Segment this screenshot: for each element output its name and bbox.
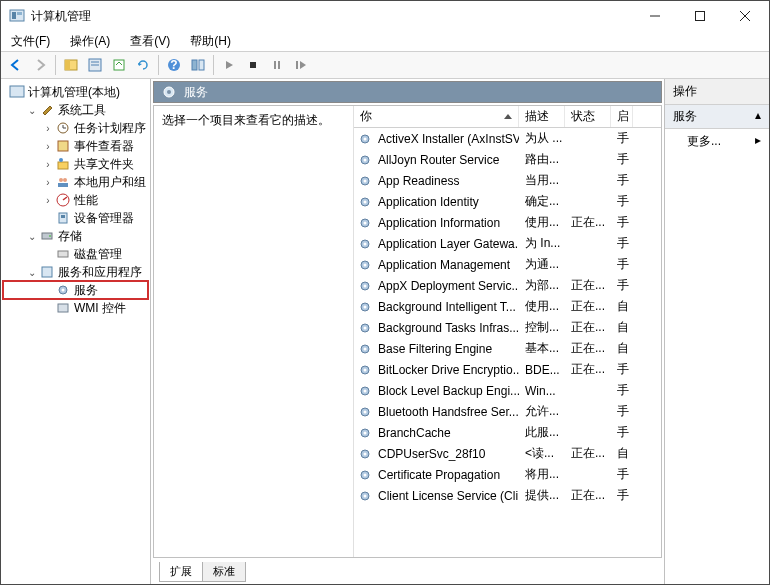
toggle-pane-button[interactable] — [187, 54, 209, 76]
play-button[interactable] — [218, 54, 240, 76]
cell-state: 正在... — [565, 338, 611, 359]
help-button[interactable]: ? — [163, 54, 185, 76]
collapse-icon[interactable]: ⌄ — [25, 105, 39, 116]
actions-more[interactable]: 更多... ▸ — [665, 129, 769, 154]
refresh-button[interactable] — [132, 54, 154, 76]
service-row[interactable]: Application Layer Gatewa...为 In...手 — [354, 233, 661, 254]
gear-icon — [358, 321, 372, 335]
service-row[interactable]: BitLocker Drive Encryptio...BDE...正在...手 — [354, 359, 661, 380]
expand-icon[interactable]: › — [41, 141, 55, 152]
properties-button[interactable] — [84, 54, 106, 76]
svg-point-77 — [364, 473, 367, 476]
service-row[interactable]: AllJoyn Router Service路由...手 — [354, 149, 661, 170]
cell-name: Application Management — [372, 256, 519, 274]
restart-button[interactable] — [290, 54, 312, 76]
tree-device-manager[interactable]: 设备管理器 — [3, 209, 148, 227]
service-row[interactable]: Background Intelligent T...使用...正在...自 — [354, 296, 661, 317]
tree-system-tools[interactable]: ⌄ 系统工具 — [3, 101, 148, 119]
service-row[interactable]: BranchCache此服...手 — [354, 422, 661, 443]
svg-rect-30 — [58, 183, 68, 187]
collapse-icon[interactable]: ⌄ — [25, 267, 39, 278]
tree-disk-mgmt[interactable]: 磁盘管理 — [3, 245, 148, 263]
service-row[interactable]: ActiveX Installer (AxInstSV)为从 ...手 — [354, 128, 661, 149]
maximize-button[interactable] — [677, 2, 722, 30]
expand-icon[interactable]: › — [41, 177, 55, 188]
service-row[interactable]: Background Tasks Infras...控制...正在...自 — [354, 317, 661, 338]
col-start[interactable]: 启 — [611, 106, 633, 127]
svg-point-55 — [364, 242, 367, 245]
cell-start: 手 — [611, 128, 633, 149]
services-header: 服务 — [153, 81, 662, 103]
nav-tree[interactable]: 计算机管理(本地) ⌄ 系统工具 › 任务计划程序 › 事件查看器 › 共享文件… — [1, 79, 151, 584]
actions-section[interactable]: 服务 ▴ — [665, 105, 769, 129]
tree-shared-folders[interactable]: › 共享文件夹 — [3, 155, 148, 173]
tab-standard[interactable]: 标准 — [202, 562, 246, 582]
col-state[interactable]: 状态 — [565, 106, 611, 127]
expand-icon[interactable]: › — [41, 159, 55, 170]
stop-button[interactable] — [242, 54, 264, 76]
menu-file[interactable]: 文件(F) — [5, 31, 56, 52]
device-icon — [55, 210, 71, 226]
svg-point-47 — [364, 158, 367, 161]
storage-icon — [39, 228, 55, 244]
service-row[interactable]: Base Filtering Engine基本...正在...自 — [354, 338, 661, 359]
col-desc[interactable]: 描述 — [519, 106, 565, 127]
tree-services[interactable]: 服务 — [3, 281, 148, 299]
service-row[interactable]: AppX Deployment Servic...为部...正在...手 — [354, 275, 661, 296]
export-button[interactable] — [108, 54, 130, 76]
service-row[interactable]: Application Identity确定...手 — [354, 191, 661, 212]
svg-point-28 — [59, 178, 63, 182]
menu-help[interactable]: 帮助(H) — [184, 31, 237, 52]
tree-performance[interactable]: › 性能 — [3, 191, 148, 209]
tree-local-users[interactable]: › 本地用户和组 — [3, 173, 148, 191]
expand-icon[interactable]: › — [41, 195, 55, 206]
collapse-icon[interactable]: ⌄ — [25, 231, 39, 242]
pause-button[interactable] — [266, 54, 288, 76]
services-rows[interactable]: ActiveX Installer (AxInstSV)为从 ...手AllJo… — [354, 128, 661, 557]
menu-action[interactable]: 操作(A) — [64, 31, 116, 52]
cell-desc: 使用... — [519, 212, 565, 233]
cell-name: AllJoyn Router Service — [372, 151, 519, 169]
cell-start: 手 — [611, 191, 633, 212]
toolbar: ? — [1, 51, 769, 79]
tree-wmi[interactable]: WMI 控件 — [3, 299, 148, 317]
service-row[interactable]: App Readiness当用...手 — [354, 170, 661, 191]
col-name[interactable]: 你 — [354, 106, 519, 127]
svg-rect-1 — [12, 12, 16, 19]
tab-extended[interactable]: 扩展 — [159, 562, 203, 582]
event-icon — [55, 138, 71, 154]
tree-event-viewer[interactable]: › 事件查看器 — [3, 137, 148, 155]
svg-rect-15 — [192, 60, 197, 70]
service-row[interactable]: Application Information使用...正在...手 — [354, 212, 661, 233]
separator — [158, 55, 159, 75]
cell-desc: 控制... — [519, 317, 565, 338]
wmi-icon — [55, 300, 71, 316]
back-button[interactable] — [5, 54, 27, 76]
svg-point-51 — [364, 200, 367, 203]
tree-task-scheduler[interactable]: › 任务计划程序 — [3, 119, 148, 137]
cell-start: 手 — [611, 464, 633, 485]
service-row[interactable]: Client License Service (Cli...提供...正在...… — [354, 485, 661, 506]
gear-icon — [358, 447, 372, 461]
cell-start: 手 — [611, 275, 633, 296]
minimize-button[interactable] — [632, 2, 677, 30]
users-icon — [55, 174, 71, 190]
tree-storage[interactable]: ⌄ 存储 — [3, 227, 148, 245]
services-list[interactable]: 你 描述 状态 启 ActiveX Installer (AxInstSV)为从… — [354, 106, 661, 557]
menu-view[interactable]: 查看(V) — [124, 31, 176, 52]
service-row[interactable]: Bluetooth Handsfree Ser...允许...手 — [354, 401, 661, 422]
service-row[interactable]: Certificate Propagation将用...手 — [354, 464, 661, 485]
tree-services-apps[interactable]: ⌄ 服务和应用程序 — [3, 263, 148, 281]
cell-state: 正在... — [565, 296, 611, 317]
tree-root[interactable]: 计算机管理(本地) — [3, 83, 148, 101]
menubar: 文件(F) 操作(A) 查看(V) 帮助(H) — [1, 31, 769, 51]
service-row[interactable]: Block Level Backup Engi...Win...手 — [354, 380, 661, 401]
service-row[interactable]: CDPUserSvc_28f10<读...正在...自 — [354, 443, 661, 464]
close-button[interactable] — [722, 2, 767, 30]
cell-start: 手 — [611, 254, 633, 275]
cell-state: 正在... — [565, 275, 611, 296]
forward-button[interactable] — [29, 54, 51, 76]
expand-icon[interactable]: › — [41, 123, 55, 134]
show-hide-button[interactable] — [60, 54, 82, 76]
service-row[interactable]: Application Management为通...手 — [354, 254, 661, 275]
